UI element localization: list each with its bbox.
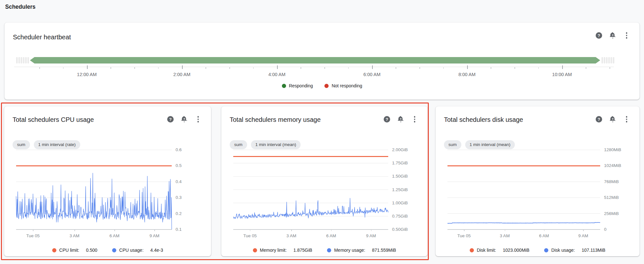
disk-usage-chart[interactable]: 1280MiB1024MiB768MiB512MiB256MiB0Tue 053… bbox=[436, 106, 639, 256]
y-axis-label: 0 bbox=[604, 227, 607, 232]
legend-item-limit: Disk limit: 1023.000MiB bbox=[470, 248, 529, 253]
heartbeat-legend-item: Not responding bbox=[324, 83, 362, 88]
timeline-edge-stripe bbox=[613, 57, 614, 64]
legend-item-usage: Disk usage: 107.113MiB bbox=[544, 248, 605, 253]
chart-legend: Memory limit: 1.875GiB Memory usage: 871… bbox=[221, 248, 428, 253]
time-axis-tick bbox=[586, 67, 586, 69]
x-axis-tick bbox=[114, 230, 115, 231]
cpu-usage-chart[interactable]: 0.60.50.40.30.20.1Tue 053 AM6 AM9 AM bbox=[4, 106, 211, 256]
time-axis-tick bbox=[277, 65, 278, 69]
x-axis-label: 3 AM bbox=[60, 233, 89, 238]
x-axis-tick bbox=[464, 230, 465, 231]
y-axis-label: 512MiB bbox=[604, 195, 619, 200]
time-axis-tick bbox=[229, 67, 230, 69]
schedulers-dashboard: Schedulers Scheduler heartbeat ? 12:00 A… bbox=[0, 0, 644, 264]
time-axis-tick bbox=[396, 67, 396, 69]
x-axis-label: 6 AM bbox=[317, 233, 346, 238]
time-axis-label: 12:00 AM bbox=[69, 72, 105, 77]
legend-label: Not responding bbox=[332, 83, 362, 88]
y-axis-label: 768MiB bbox=[604, 179, 619, 184]
time-axis-label: 8:00 AM bbox=[449, 72, 485, 77]
y-axis-label: 1.50GiB bbox=[392, 174, 408, 179]
legend-dot bbox=[282, 84, 286, 88]
y-axis-label: 1.25GiB bbox=[392, 187, 408, 192]
legend-item-limit: Memory limit: 1.875GiB bbox=[253, 248, 312, 253]
responding-status-bar[interactable] bbox=[30, 57, 600, 64]
y-axis-label: 1.00GiB bbox=[392, 200, 408, 205]
y-axis-label: 1024MiB bbox=[604, 163, 621, 168]
usage-series-line bbox=[16, 173, 172, 230]
y-axis-label: 0.75GiB bbox=[392, 214, 408, 219]
limit-dot bbox=[52, 248, 56, 252]
time-axis-tick bbox=[158, 67, 159, 69]
limit-dot bbox=[470, 248, 474, 252]
legend-item-limit: CPU limit: 0.500 bbox=[52, 248, 97, 253]
time-axis-tick bbox=[87, 65, 88, 69]
y-axis-label: 1.75GiB bbox=[392, 161, 408, 165]
time-axis-tick bbox=[491, 67, 491, 69]
x-axis-label: 9 AM bbox=[140, 233, 169, 238]
legend-dot bbox=[324, 84, 329, 88]
scheduler-heartbeat-card: Scheduler heartbeat ? 12:00 AM2:00 AM4:0… bbox=[5, 23, 639, 100]
x-axis-tick bbox=[331, 230, 332, 231]
time-axis-tick bbox=[111, 67, 111, 69]
x-axis-tick bbox=[583, 230, 584, 231]
timeline-edge-stripe bbox=[601, 57, 603, 64]
time-axis-tick bbox=[182, 65, 183, 69]
time-axis-tick bbox=[301, 67, 301, 69]
usage-dot bbox=[112, 248, 116, 252]
usage-series-line bbox=[233, 198, 388, 219]
legend-label: Responding bbox=[289, 83, 313, 88]
y-axis-label: 256MiB bbox=[604, 211, 619, 216]
x-axis-label: Tue 05 bbox=[235, 233, 264, 238]
timeline-edge-stripe bbox=[604, 57, 605, 64]
limit-dot bbox=[253, 248, 257, 252]
time-axis-tick bbox=[562, 65, 563, 69]
time-axis-tick bbox=[538, 67, 539, 69]
memory-usage-card: Total schedulers memory usage ? sum 1 mi… bbox=[221, 106, 428, 256]
timeline-edge-stripe bbox=[23, 57, 24, 64]
time-axis-label: 10:00 AM bbox=[544, 72, 580, 77]
y-axis-label: 0.6 bbox=[176, 147, 182, 152]
page-title: Schedulers bbox=[5, 4, 35, 10]
time-axis-tick bbox=[348, 67, 349, 69]
timeline-edge-stripe bbox=[608, 57, 610, 64]
y-axis-label: 2.00GiB bbox=[392, 147, 408, 152]
x-axis-tick bbox=[371, 230, 372, 231]
time-axis-tick bbox=[134, 67, 135, 69]
x-axis-label: 9 AM bbox=[357, 233, 386, 238]
x-axis-tick bbox=[505, 230, 505, 231]
x-axis-label: 9 AM bbox=[569, 233, 598, 238]
x-axis-label: 3 AM bbox=[490, 233, 519, 238]
time-axis-tick bbox=[419, 67, 420, 69]
y-axis-label: 0.4 bbox=[176, 179, 182, 184]
timeline-edge-stripe bbox=[25, 57, 27, 64]
x-axis-tick bbox=[33, 230, 34, 231]
time-axis-tick bbox=[514, 67, 515, 69]
y-axis-label: 0.5 bbox=[176, 163, 182, 168]
time-axis-tick bbox=[253, 67, 254, 69]
memory-usage-chart[interactable]: 2.00GiB1.75GiB1.50GiB1.25GiB1.00GiB0.75G… bbox=[221, 106, 428, 256]
time-axis-tick bbox=[610, 67, 610, 69]
time-axis-label: 2:00 AM bbox=[164, 72, 200, 77]
plot-area bbox=[233, 150, 388, 230]
x-axis-label: 6 AM bbox=[530, 233, 559, 238]
x-axis-label: Tue 05 bbox=[18, 233, 47, 238]
timeline-edge-stripe bbox=[18, 57, 20, 64]
chart-legend: CPU limit: 0.500 CPU usage: 4.4e-3 bbox=[4, 248, 211, 253]
legend-item-usage: Memory usage: 871.559MiB bbox=[327, 248, 396, 253]
timeline-edge-stripe bbox=[21, 57, 22, 64]
time-axis-label: 6:00 AM bbox=[354, 72, 390, 77]
cpu-usage-card: Total schedulers CPU usage ? sum 1 min i… bbox=[4, 106, 211, 256]
x-axis-label: Tue 05 bbox=[449, 233, 478, 238]
time-axis-tick bbox=[467, 65, 468, 69]
timeline-edge-stripe bbox=[16, 57, 18, 64]
usage-series-line bbox=[447, 222, 600, 223]
y-axis-label: 0.3 bbox=[176, 195, 182, 200]
y-axis-label: 0.2 bbox=[176, 211, 182, 216]
time-axis-line bbox=[14, 67, 614, 67]
time-axis-tick bbox=[39, 67, 40, 69]
y-axis-label: 0.50GiB bbox=[392, 227, 408, 232]
x-axis-tick bbox=[291, 230, 292, 231]
x-axis-tick bbox=[250, 230, 251, 231]
